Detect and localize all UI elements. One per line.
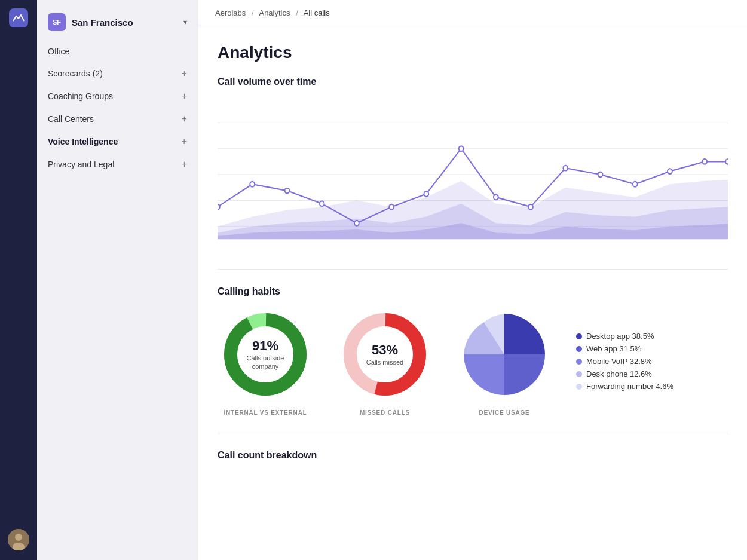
- internal-external-sub: Calls outsidecompany: [247, 354, 284, 371]
- nav-label-office: Office: [48, 47, 69, 56]
- nav-item-voice[interactable]: Voice Intelligence +: [37, 130, 198, 153]
- nav-plus-callcenters[interactable]: +: [182, 114, 187, 124]
- charts-row: 91% Calls outsidecompany INTERNAL VS EXT…: [218, 307, 728, 416]
- svg-point-24: [668, 169, 672, 174]
- breadcrumb: Aerolabs / Analytics / All calls: [215, 8, 730, 17]
- svg-point-20: [528, 204, 533, 210]
- legend-item-desktop: Desktop app 38.5%: [576, 332, 673, 341]
- svg-point-16: [389, 204, 394, 210]
- nav-plus-voice[interactable]: +: [182, 136, 187, 147]
- nav-item-office[interactable]: Office: [37, 41, 198, 62]
- missed-calls-label: MISSED CALLS: [360, 409, 410, 416]
- svg-point-21: [563, 166, 568, 171]
- legend-item-mobile: Mobile VoIP 32.8%: [576, 357, 673, 366]
- svg-point-11: [218, 204, 220, 210]
- breadcrumb-sep2: /: [296, 8, 298, 17]
- page-title: Analytics: [218, 43, 728, 62]
- svg-point-22: [598, 172, 603, 178]
- nav-label-privacy: Privacy and Legal: [48, 160, 114, 169]
- divider-2: [218, 433, 728, 433]
- internal-external-label: INTERNAL VS EXTERNAL: [224, 409, 307, 416]
- nav-label-coaching: Coaching Groups: [48, 91, 113, 101]
- legend-label-mobile: Mobile VoIP 32.8%: [586, 357, 652, 366]
- call-count-title: Call count breakdown: [218, 450, 728, 461]
- legend-dot-webapp: [576, 346, 582, 352]
- device-usage-chart: DEVICE USAGE: [457, 307, 552, 416]
- nav-sidebar: SF San Francisco ▾ Office Scorecards (2)…: [37, 0, 198, 560]
- svg-point-14: [320, 201, 324, 206]
- svg-point-18: [459, 146, 464, 151]
- main-content: Aerolabs / Analytics / All calls Analyti…: [198, 0, 747, 560]
- svg-point-1: [15, 534, 22, 541]
- workspace-header: SF San Francisco ▾: [37, 7, 198, 41]
- svg-point-13: [285, 188, 290, 194]
- app-logo[interactable]: [9, 8, 28, 27]
- nav-label-callcenters: Call Centers: [48, 114, 94, 124]
- internal-external-center: 91% Calls outsidecompany: [247, 338, 284, 371]
- legend-label-forward: Forwarding number 4.6%: [586, 382, 673, 391]
- svg-point-17: [424, 191, 428, 197]
- breadcrumb-org[interactable]: Aerolabs: [215, 8, 246, 17]
- legend-dot-forward: [576, 384, 582, 390]
- internal-external-chart: 91% Calls outsidecompany INTERNAL VS EXT…: [218, 307, 313, 416]
- missed-calls-center: 53% Calls missed: [366, 342, 403, 366]
- call-volume-chart: [218, 97, 728, 252]
- svg-point-26: [725, 159, 728, 164]
- workspace-title: San Francisco: [72, 17, 133, 27]
- nav-plus-privacy[interactable]: +: [182, 159, 187, 170]
- device-usage-pie: [457, 307, 552, 402]
- nav-label-voice: Voice Intelligence: [48, 137, 118, 146]
- call-volume-title: Call volume over time: [218, 76, 728, 87]
- nav-label-scorecards: Scorecards (2): [48, 69, 103, 78]
- missed-calls-donut: 53% Calls missed: [337, 307, 433, 402]
- divider-1: [218, 269, 728, 270]
- legend-item-forward: Forwarding number 4.6%: [576, 382, 673, 391]
- dark-sidebar: [0, 0, 37, 560]
- legend-dot-mobile: [576, 359, 582, 365]
- device-usage-legend: Desktop app 38.5% Web app 31.5% Mobile V…: [576, 332, 673, 391]
- user-avatar[interactable]: [8, 529, 29, 550]
- missed-calls-sub: Calls missed: [366, 358, 403, 366]
- breadcrumb-current: All calls: [304, 8, 330, 17]
- legend-label-desk: Desk phone 12.6%: [586, 369, 652, 378]
- workspace-badge: SF: [48, 13, 66, 31]
- svg-point-12: [250, 182, 255, 187]
- device-usage-label: DEVICE USAGE: [479, 409, 529, 416]
- calling-habits-title: Calling habits: [218, 286, 728, 297]
- legend-item-webapp: Web app 31.5%: [576, 344, 673, 353]
- calling-habits-section: Calling habits 91% Calls outsidecomp: [218, 286, 728, 416]
- workspace-dropdown-icon[interactable]: ▾: [183, 18, 187, 26]
- internal-external-pct: 91%: [247, 338, 284, 354]
- svg-point-25: [702, 159, 707, 164]
- nav-item-coaching[interactable]: Coaching Groups +: [37, 85, 198, 108]
- internal-external-donut: 91% Calls outsidecompany: [218, 307, 313, 402]
- workspace-name[interactable]: SF San Francisco: [48, 13, 133, 31]
- nav-plus-coaching[interactable]: +: [182, 91, 187, 102]
- content-area: Analytics Call volume over time: [198, 26, 747, 560]
- svg-point-19: [494, 195, 498, 200]
- legend-label-webapp: Web app 31.5%: [586, 344, 641, 353]
- svg-point-15: [354, 221, 359, 226]
- legend-item-desk: Desk phone 12.6%: [576, 369, 673, 378]
- nav-item-scorecards[interactable]: Scorecards (2) +: [37, 62, 198, 85]
- missed-calls-chart: 53% Calls missed MISSED CALLS: [337, 307, 433, 416]
- missed-calls-pct: 53%: [366, 342, 403, 358]
- nav-item-callcenters[interactable]: Call Centers +: [37, 108, 198, 130]
- legend-dot-desk: [576, 371, 582, 377]
- topbar: Aerolabs / Analytics / All calls: [198, 0, 747, 26]
- nav-item-privacy[interactable]: Privacy and Legal +: [37, 153, 198, 176]
- legend-dot-desktop: [576, 333, 582, 339]
- breadcrumb-sep1: /: [252, 8, 254, 17]
- breadcrumb-section[interactable]: Analytics: [259, 8, 290, 17]
- svg-point-23: [633, 182, 638, 187]
- nav-plus-scorecards[interactable]: +: [182, 68, 187, 79]
- legend-label-desktop: Desktop app 38.5%: [586, 332, 654, 341]
